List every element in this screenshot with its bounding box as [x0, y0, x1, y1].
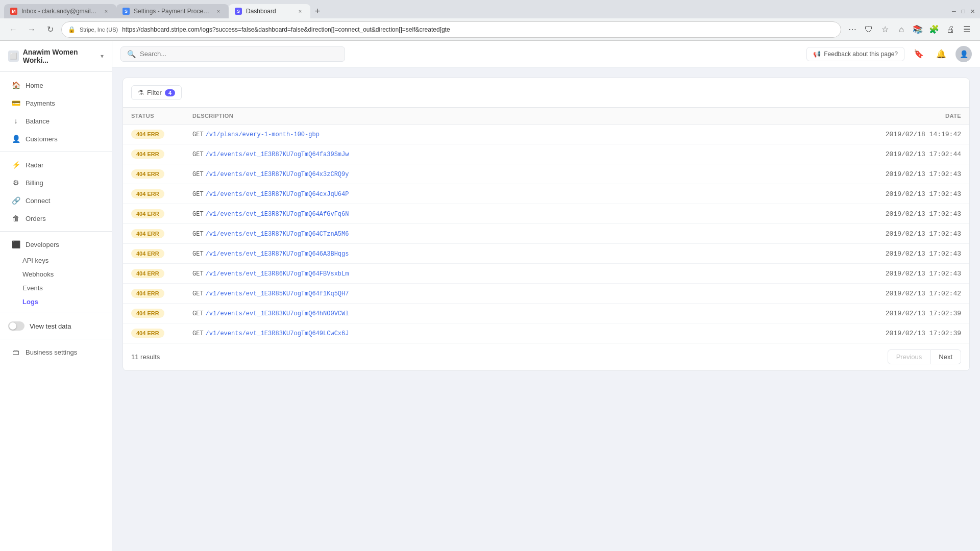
- home-toolbar-icon[interactable]: ⌂: [894, 22, 909, 37]
- sidebar-item-billing[interactable]: ⚙ Billing: [3, 174, 109, 191]
- sidebar-item-orders[interactable]: 🗑 Orders: [3, 210, 109, 227]
- maximize-button[interactable]: □: [960, 8, 967, 15]
- sidebar-item-webhooks[interactable]: Webhooks: [0, 267, 112, 281]
- status-badge: 404 ERR: [131, 189, 164, 198]
- search-box[interactable]: 🔍: [120, 46, 345, 62]
- browser-tab-gmail[interactable]: M Inbox - clark.andy@gmail.com ×: [4, 4, 116, 18]
- sidebar-header: ⬜ Anawim Women Worki... ▾: [0, 41, 112, 72]
- method-text: GET: [192, 131, 204, 138]
- sidebar-item-home-label: Home: [26, 82, 43, 89]
- top-bar: 🔍 📢 Feedback about this page? 🔖 🔔 👤: [112, 41, 980, 67]
- path-link[interactable]: /v1/events/evt_1E3R87KU7ogTmQ64fa39SmJw: [206, 151, 349, 158]
- path-link[interactable]: /v1/events/evt_1E3R87KU7ogTmQ64CTznA5M6: [206, 231, 349, 238]
- path-link[interactable]: /v1/events/evt_1E3R87KU7ogTmQ64cxJqU64P: [206, 191, 349, 198]
- path-link[interactable]: /v1/plans/every-1-month-100-gbp: [206, 131, 320, 138]
- top-bar-actions: 📢 Feedback about this page? 🔖 🔔 👤: [806, 46, 972, 62]
- status-cell: 404 ERR: [123, 184, 184, 204]
- table-row[interactable]: 404 ERR GET/v1/events/evt_1E3R83KU7ogTmQ…: [123, 304, 969, 323]
- sidebar-item-payments[interactable]: 💳 Payments: [3, 94, 109, 112]
- sidebar-item-radar[interactable]: ⚡ Radar: [3, 156, 109, 173]
- filter-button[interactable]: ⚗ Filter 4: [131, 85, 182, 100]
- address-bar[interactable]: 🔒 Stripe, Inc (US) https://dashboard.str…: [61, 21, 841, 38]
- extensions-icon[interactable]: ⋯: [845, 22, 860, 37]
- view-test-data-label: View test data: [30, 322, 71, 330]
- sidebar-item-business-settings[interactable]: 🗃 Business settings: [3, 343, 109, 361]
- logs-filter-bar: ⚗ Filter 4: [123, 78, 969, 108]
- home-icon: 🏠: [11, 81, 20, 90]
- forward-button[interactable]: →: [24, 22, 39, 37]
- status-cell: 404 ERR: [123, 124, 184, 144]
- sidebar-item-home[interactable]: 🏠 Home: [3, 77, 109, 94]
- tab-close-settings[interactable]: ×: [214, 7, 223, 15]
- path-link[interactable]: /v1/events/evt_1E3R86KU7ogTmQ64FBVsxbLm: [206, 270, 349, 278]
- sidebar-chevron-icon[interactable]: ▾: [101, 53, 104, 60]
- path-link[interactable]: /v1/events/evt_1E3R85KU7ogTmQ64f1Kq5QH7: [206, 290, 349, 297]
- feedback-button[interactable]: 📢 Feedback about this page?: [806, 47, 904, 61]
- org-name: Anawim Women Worki...: [23, 48, 101, 64]
- table-row[interactable]: 404 ERR GET/v1/events/evt_1E3R87KU7ogTmQ…: [123, 224, 969, 244]
- test-mode-toggle[interactable]: [8, 321, 24, 331]
- menu-icon[interactable]: ☰: [960, 22, 974, 37]
- search-input[interactable]: [140, 50, 338, 58]
- tab-close-dashboard[interactable]: ×: [296, 7, 304, 15]
- table-row[interactable]: 404 ERR GET/v1/events/evt_1E3R85KU7ogTmQ…: [123, 284, 969, 304]
- sidebar-item-balance-label: Balance: [26, 117, 50, 125]
- tab-close-gmail[interactable]: ×: [102, 7, 110, 15]
- browser-tab-settings[interactable]: S Settings - Payment Processor | ×: [116, 4, 229, 18]
- table-row[interactable]: 404 ERR GET/v1/events/evt_1E3R87KU7ogTmQ…: [123, 244, 969, 264]
- status-badge: 404 ERR: [131, 169, 164, 179]
- close-window-button[interactable]: ✕: [969, 8, 976, 15]
- description-cell: GET/v1/events/evt_1E3R87KU7ogTmQ64fa39Sm…: [184, 144, 867, 164]
- table-row[interactable]: 404 ERR GET/v1/events/evt_1E3R83KU7ogTmQ…: [123, 323, 969, 343]
- path-link[interactable]: /v1/events/evt_1E3R87KU7ogTmQ646A3BHqgs: [206, 251, 349, 258]
- table-row[interactable]: 404 ERR GET/v1/events/evt_1E3R87KU7ogTmQ…: [123, 184, 969, 204]
- bookmarks-icon[interactable]: 📚: [911, 22, 925, 37]
- sidebar-logo[interactable]: ⬜ Anawim Women Worki...: [8, 48, 101, 64]
- nav-divider-3: [0, 313, 112, 313]
- description-cell: GET/v1/events/evt_1E3R87KU7ogTmQ646A3BHq…: [184, 244, 867, 264]
- sidebar-item-api-keys[interactable]: API keys: [0, 254, 112, 267]
- view-test-toggle[interactable]: View test data: [0, 317, 112, 335]
- reload-button[interactable]: ↻: [43, 22, 57, 37]
- table-row[interactable]: 404 ERR GET/v1/events/evt_1E3R87KU7ogTmQ…: [123, 144, 969, 164]
- status-badge: 404 ERR: [131, 209, 164, 218]
- path-link[interactable]: /v1/events/evt_1E3R87KU7ogTmQ64AfGvFq6N: [206, 211, 349, 218]
- date-cell: 2019/02/13 17:02:39: [867, 304, 969, 323]
- shield-icon[interactable]: 🛡: [862, 22, 876, 37]
- sidebar-item-events[interactable]: Events: [0, 281, 112, 295]
- sidebar-item-logs[interactable]: Logs: [0, 295, 112, 309]
- notifications-bell-icon[interactable]: 🔔: [933, 46, 949, 62]
- balance-icon: ↓: [11, 116, 20, 126]
- table-body: 404 ERR GET/v1/plans/every-1-month-100-g…: [123, 124, 969, 343]
- sidebar-item-connect[interactable]: 🔗 Connect: [3, 192, 109, 209]
- browser-tab-dashboard[interactable]: S Dashboard ×: [229, 4, 310, 18]
- path-link[interactable]: /v1/events/evt_1E3R83KU7ogTmQ64hNO0VCWl: [206, 310, 349, 317]
- sidebar-item-developers[interactable]: ⬛ Developers: [3, 236, 109, 253]
- next-button[interactable]: Next: [930, 349, 961, 364]
- back-button[interactable]: ←: [6, 22, 20, 37]
- description-cell: GET/v1/events/evt_1E3R87KU7ogTmQ64AfGvFq…: [184, 204, 867, 224]
- table-row[interactable]: 404 ERR GET/v1/events/evt_1E3R87KU7ogTmQ…: [123, 204, 969, 224]
- sidebar-item-customers[interactable]: 👤 Customers: [3, 130, 109, 147]
- table-row[interactable]: 404 ERR GET/v1/events/evt_1E3R86KU7ogTmQ…: [123, 264, 969, 284]
- method-text: GET: [192, 251, 204, 258]
- status-badge: 404 ERR: [131, 309, 164, 318]
- webhooks-label: Webhooks: [22, 270, 54, 278]
- minimize-button[interactable]: ─: [950, 8, 958, 15]
- date-cell: 2019/02/13 17:02:39: [867, 323, 969, 343]
- path-link[interactable]: /v1/events/evt_1E3R87KU7ogTmQ64x3zCRQ9y: [206, 171, 349, 178]
- sidebar-item-balance[interactable]: ↓ Balance: [3, 112, 109, 130]
- bookmark-icon[interactable]: ☆: [878, 22, 892, 37]
- table-row[interactable]: 404 ERR GET/v1/events/evt_1E3R87KU7ogTmQ…: [123, 164, 969, 184]
- status-cell: 404 ERR: [123, 144, 184, 164]
- status-badge: 404 ERR: [131, 269, 164, 278]
- extensions2-icon[interactable]: 🧩: [927, 22, 941, 37]
- print-icon[interactable]: 🖨: [943, 22, 958, 37]
- previous-button[interactable]: Previous: [888, 349, 931, 364]
- table-row[interactable]: 404 ERR GET/v1/plans/every-1-month-100-g…: [123, 124, 969, 144]
- bookmark-btn[interactable]: 🔖: [911, 46, 927, 62]
- events-label: Events: [22, 284, 43, 292]
- path-link[interactable]: /v1/events/evt_1E3R83KU7ogTmQ649LCwCx6J: [206, 330, 349, 337]
- new-tab-button[interactable]: +: [310, 4, 325, 18]
- user-avatar[interactable]: 👤: [955, 46, 972, 62]
